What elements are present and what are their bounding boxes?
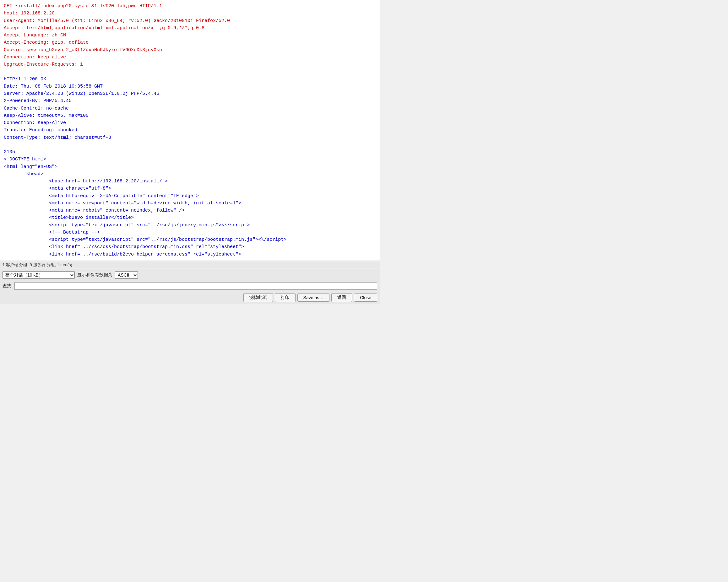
content-line: Keep-Alive: timeout=5, max=100 — [4, 112, 376, 119]
content-line: GET /install/index.php?0=system&1=ls%20-… — [4, 2, 376, 10]
content-line: Server: Apache/2.4.23 (Win32) OpenSSL/1.… — [4, 90, 376, 97]
request-section: GET /install/index.php?0=system&1=ls%20-… — [4, 2, 376, 68]
content-line: <html lang="en-US"> — [4, 163, 376, 170]
content-line: X-Powered-By: PHP/5.4.45 — [4, 97, 376, 105]
filter-button[interactable]: 滤掉此流 — [243, 293, 273, 302]
encoding-select[interactable]: ASCIIUTF-8Latin-1Hex — [115, 271, 138, 279]
content-line: Cache-Control: no-cache — [4, 105, 376, 112]
content-line: <script type="text/javascript" src="../r… — [4, 236, 376, 243]
body-section: 2105<!DOCTYPE html><html lang="en-US"> <… — [4, 149, 376, 258]
status-text: 1 客户端 分组, 9 服务器 分组, 1 turn(s). — [2, 262, 73, 267]
content-line: <script type="text/javascript" src="../r… — [4, 221, 376, 229]
content-line: Transfer-Encoding: chunked — [4, 127, 376, 134]
content-line: <!-- Bootstrap --> — [4, 229, 376, 236]
bottom-controls: 整个对话（10 kB） 显示和保存数据为 ASCIIUTF-8Latin-1He… — [0, 269, 380, 281]
content-line: <link href="../rsc/build/b2evo_helper_sc… — [4, 251, 376, 258]
status-bar: 1 客户端 分组, 9 服务器 分组, 1 turn(s). — [0, 261, 380, 269]
print-button[interactable]: 打印 — [275, 293, 295, 302]
content-line: <head> — [4, 170, 376, 178]
content-line: <!DOCTYPE html> — [4, 156, 376, 163]
content-line: Upgrade-Insecure-Requests: 1 — [4, 61, 376, 68]
save-as-button[interactable]: Save as… — [297, 293, 330, 302]
content-line: Accept-Encoding: gzip, deflate — [4, 39, 376, 46]
content-line: Host: 192.168.2.20 — [4, 10, 376, 17]
content-line: Date: Thu, 08 Feb 2018 10:35:58 GMT — [4, 83, 376, 90]
content-line: <meta charset="utf-8"> — [4, 185, 376, 192]
back-button[interactable]: 返回 — [331, 293, 352, 302]
close-button[interactable]: Close — [354, 293, 377, 302]
encoding-label: 显示和保存数据为 — [77, 272, 112, 278]
content-line: <meta http-equiv="X-UA-Compatible" conte… — [4, 192, 376, 200]
content-line: Content-Type: text/html; charset=utf-8 — [4, 134, 376, 141]
content-line: Cookie: session_b2evo=2_cXt1ZdxnHnGJkyxo… — [4, 47, 376, 54]
content-line: HTTP/1.1 200 OK — [4, 76, 376, 83]
content-line: <link href="../rsc/css/bootstrap/bootstr… — [4, 243, 376, 250]
content-line: User-Agent: Mozilla/5.0 (X11; Linux x86_… — [4, 17, 376, 25]
content-line: <meta name="viewport" content="width=dev… — [4, 200, 376, 207]
http-stream-content: GET /install/index.php?0=system&1=ls%20-… — [0, 0, 380, 261]
action-bar: 滤掉此流 打印 Save as… 返回 Close — [0, 291, 380, 304]
search-bar: 查找: — [0, 281, 380, 291]
content-line: 2105 — [4, 149, 376, 156]
content-line: Accept: text/html,application/xhtml+xml,… — [4, 25, 376, 32]
response-section: HTTP/1.1 200 OKDate: Thu, 08 Feb 2018 10… — [4, 76, 376, 141]
search-label: 查找: — [2, 283, 12, 289]
content-line: Connection: keep-alive — [4, 54, 376, 61]
content-line: Connection: Keep-Alive — [4, 119, 376, 127]
content-line: <base href="http://192.168.2.20/install/… — [4, 178, 376, 185]
conversation-select[interactable]: 整个对话（10 kB） — [2, 271, 75, 279]
content-line: <meta name="robots" content="noindex, fo… — [4, 207, 376, 214]
search-input[interactable] — [15, 282, 377, 290]
content-line: Accept-Language: zh-CN — [4, 32, 376, 39]
content-line: <title>b2evo installer</title> — [4, 214, 376, 221]
